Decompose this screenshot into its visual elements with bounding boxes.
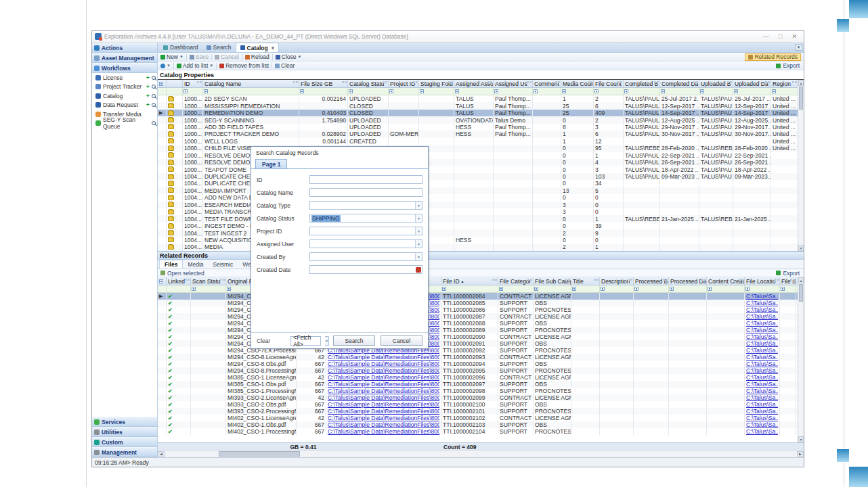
- filter-cell[interactable]: [707, 285, 745, 292]
- catalog-name-input[interactable]: [309, 188, 422, 197]
- file-path-link[interactable]: C:\Talus\Sa...: [746, 401, 778, 408]
- filter-cell[interactable]: [745, 285, 780, 292]
- filter-cell[interactable]: [669, 285, 707, 292]
- sidebar-item-license[interactable]: License+: [92, 73, 157, 83]
- sidebar-item-data-request[interactable]: Data Request+: [92, 101, 157, 110]
- related-tab-seismic[interactable]: Seismic: [209, 260, 238, 269]
- file-path-link[interactable]: C:\Talus\Sa...: [746, 361, 778, 367]
- dialog-cancel-button[interactable]: Cancel: [381, 335, 422, 346]
- filter-cell[interactable]: [389, 88, 419, 95]
- search-icon[interactable]: [152, 103, 156, 107]
- file-path-link[interactable]: C:\Talus\Sa...: [746, 354, 778, 361]
- project-id-input[interactable]: ▼: [309, 227, 422, 235]
- filter-cell[interactable]: [494, 88, 533, 95]
- sidebar-section-services[interactable]: Services: [92, 417, 157, 427]
- file-path-link[interactable]: C:\Talus\Sa...: [746, 421, 778, 428]
- calendar-icon[interactable]: [416, 267, 421, 273]
- dialog-tab-page1[interactable]: Page 1: [255, 159, 287, 168]
- grid-header-cell[interactable]: File Sub Categ: [534, 277, 571, 285]
- related-export-button[interactable]: Export: [783, 270, 800, 277]
- filter-cell[interactable]: [624, 88, 660, 95]
- files-grid-hscrollbar[interactable]: ◀ ▶: [158, 450, 804, 457]
- scroll-down-icon[interactable]: ▼: [798, 245, 804, 251]
- grid-header-cell[interactable]: Scan Statu: [191, 277, 226, 285]
- file-path-link[interactable]: C:\Talus\Sa...: [746, 340, 778, 347]
- table-row[interactable]: 1000...MISSISSIPPI REMEDIATIONCLOSEDTALU…: [158, 102, 798, 109]
- grid-header-cell[interactable]: [167, 80, 183, 87]
- file-path-link[interactable]: C:\Talus\Sample Data\RemediationFiles\80…: [328, 415, 439, 421]
- grid-header-cell[interactable]: ID: [183, 80, 203, 87]
- file-path-link[interactable]: C:\Talus\Sample Data\RemediationFiles\80…: [328, 428, 439, 435]
- created-date-input[interactable]: [309, 265, 422, 274]
- table-row[interactable]: ✔MI385_CSO-1.LicenseAgre...42C:\Talus\Sa…: [158, 374, 798, 381]
- scroll-left-icon[interactable]: ◀: [158, 451, 165, 457]
- file-path-link[interactable]: C:\Talus\Sa...: [746, 333, 778, 340]
- table-row[interactable]: 1000...ADD 3D FIELD TAPESUPLOADEDHESSPau…: [158, 124, 798, 131]
- file-path-link[interactable]: C:\Talus\Sample Data\RemediationFiles\80…: [328, 374, 439, 381]
- grid-header-cell[interactable]: Completed B: [624, 80, 660, 87]
- add-icon[interactable]: +: [146, 102, 150, 108]
- grid-header-cell[interactable]: Catalog Name: [203, 80, 299, 87]
- file-path-link[interactable]: C:\Talus\Sample Data\RemediationFiles\80…: [328, 367, 439, 374]
- chevron-down-icon[interactable]: ▼: [415, 227, 422, 235]
- grid-header-cell[interactable]: Processed Da: [669, 277, 707, 285]
- chevron-down-icon[interactable]: ▼: [325, 336, 329, 346]
- cancel-button[interactable]: Cancel: [215, 53, 238, 60]
- grid-header-cell[interactable]: [158, 80, 167, 87]
- related-tab-files[interactable]: Files: [159, 260, 183, 269]
- file-path-link[interactable]: C:\Talus\Sample Data\RemediationFiles\80…: [328, 388, 439, 394]
- file-path-link[interactable]: C:\Talus\Sample Data\RemediationFiles\80…: [328, 361, 439, 367]
- id-input[interactable]: [309, 175, 422, 184]
- table-row[interactable]: 1000...SEG-Y SCANNING1.754890UPLOADEDOVA…: [158, 116, 798, 123]
- grid-header-cell[interactable]: [158, 277, 167, 285]
- table-row[interactable]: ✔MI402_CSO-1.ProcessingN...667C:\Talus\S…: [158, 428, 798, 435]
- filter-cell[interactable]: [571, 285, 600, 292]
- scroll-up-icon[interactable]: ▲: [798, 277, 804, 283]
- filter-cell[interactable]: [594, 88, 624, 95]
- filter-cell[interactable]: [299, 88, 348, 95]
- grid-header-cell[interactable]: File S: [780, 277, 796, 285]
- grid-header-cell[interactable]: Uploaded B: [699, 80, 733, 87]
- clear-button[interactable]: Clear: [275, 62, 295, 69]
- file-path-link[interactable]: C:\Talus\Sa...: [746, 374, 778, 381]
- add-icon[interactable]: +: [146, 84, 150, 89]
- related-tab-media[interactable]: Media: [183, 260, 208, 269]
- filter-cell[interactable]: [561, 88, 594, 95]
- filter-cell[interactable]: [158, 88, 167, 95]
- filter-cell[interactable]: [454, 88, 494, 95]
- sidebar-section-actions[interactable]: Actions: [92, 43, 157, 53]
- file-path-link[interactable]: C:\Talus\Sa...: [746, 327, 778, 333]
- file-path-link[interactable]: C:\Talus\Sa...: [746, 381, 778, 388]
- table-row[interactable]: ✔MI385_CSO-1.ProcessingN...667C:\Talus\S…: [158, 388, 798, 394]
- file-path-link[interactable]: C:\Talus\Sa...: [746, 300, 778, 306]
- filter-cell[interactable]: [634, 285, 669, 292]
- table-row[interactable]: ✔MI402_CSO-1.Obs.pdf667C:\Talus\Sample D…: [158, 421, 798, 428]
- grid-header-cell[interactable]: File Count: [594, 80, 624, 87]
- created-by-input[interactable]: ▼: [309, 252, 422, 261]
- catalog-type-input[interactable]: ▼: [309, 201, 422, 210]
- search-icon[interactable]: [152, 94, 156, 98]
- file-path-link[interactable]: C:\Talus\Sample Data\RemediationFiles\80…: [328, 421, 439, 428]
- filter-cell[interactable]: [441, 285, 498, 292]
- open-selected-button[interactable]: Open selected: [167, 270, 204, 277]
- filter-cell[interactable]: [699, 88, 733, 95]
- grid-header-cell[interactable]: Linked: [167, 277, 191, 285]
- grid-header-cell[interactable]: Comment: [533, 80, 561, 87]
- filter-cell[interactable]: [419, 88, 454, 95]
- table-row[interactable]: 1000...PROJECT TRACKER DEMO0.028902UPLOA…: [158, 131, 798, 137]
- file-path-link[interactable]: C:\Talus\Sa...: [746, 428, 778, 435]
- save-button[interactable]: Save: [190, 53, 209, 60]
- filter-cell[interactable]: [348, 88, 389, 95]
- grid-header-cell[interactable]: Content Created: [707, 277, 745, 285]
- grid-header-cell[interactable]: Description: [600, 277, 634, 285]
- scroll-down-icon[interactable]: ▼: [798, 436, 804, 442]
- file-path-link[interactable]: C:\Talus\Sa...: [746, 313, 778, 320]
- file-path-link[interactable]: C:\Talus\Sa...: [746, 293, 778, 300]
- maximize-button[interactable]: □: [779, 33, 782, 40]
- related-records-toggle-button[interactable]: Related Records: [745, 53, 801, 61]
- sidebar-item-project-tracker[interactable]: Project Tracker+: [92, 83, 157, 92]
- file-path-link[interactable]: C:\Talus\Sample Data\RemediationFiles\80…: [328, 408, 439, 415]
- chevron-down-icon[interactable]: ▼: [415, 253, 422, 260]
- file-path-link[interactable]: C:\Talus\Sa...: [746, 394, 778, 401]
- filter-cell[interactable]: [183, 88, 203, 95]
